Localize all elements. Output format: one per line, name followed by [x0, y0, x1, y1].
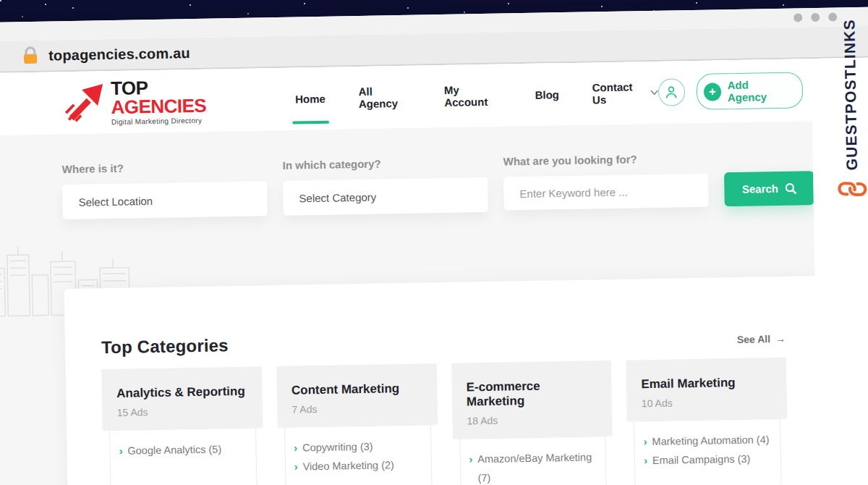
- subcategory-label: Video Marketing (2): [302, 455, 394, 476]
- card-title: Email Marketing: [641, 375, 772, 392]
- category-card-analytics[interactable]: Analytics & Reporting 15 Ads › Google An…: [102, 366, 265, 485]
- card-header: E-commerce Marketing 18 Ads: [451, 360, 613, 439]
- subcategory-label: Marketing Automation (4): [652, 430, 769, 451]
- location-field-group: Where is it? Select Location: [62, 159, 268, 219]
- card-ads-count: 15 Ads: [116, 405, 247, 418]
- subcategory-link[interactable]: › Google Analytics (5): [119, 439, 247, 460]
- search-icon: [785, 182, 796, 194]
- card-title: E-commerce Marketing: [466, 378, 597, 409]
- card-ads-count: 10 Ads: [642, 395, 773, 409]
- card-subcategory-list: › Google Analytics (5): [109, 428, 258, 485]
- category-select[interactable]: Select Category: [283, 177, 488, 216]
- keyword-label: What are you looking for?: [503, 152, 708, 168]
- account-button[interactable]: [658, 78, 685, 106]
- add-agency-label: Add Agency: [727, 78, 788, 104]
- site-logo[interactable]: TOP AGENCIES Digital Marketing Directory: [64, 76, 244, 126]
- top-categories-panel: Top Categories See All → Analytics & Rep…: [64, 276, 829, 485]
- card-title: Analytics & Reporting: [116, 384, 247, 401]
- category-card-content-marketing[interactable]: Content Marketing 7 Ads › Copywriting (3…: [276, 363, 439, 485]
- subcategory-label: Google Analytics (5): [127, 439, 221, 460]
- see-all-link[interactable]: See All →: [737, 333, 786, 345]
- nav-item-label: Contact Us: [592, 80, 647, 106]
- keyword-field-group: What are you looking for?: [503, 152, 709, 212]
- nav-item-home[interactable]: Home: [295, 92, 326, 105]
- guestpostlinks-badge[interactable]: GUESTPOSTLINKS: [836, 19, 865, 203]
- subcategory-label: Amazon/eBay Marketing (7): [477, 447, 597, 485]
- user-icon: [665, 85, 678, 99]
- page-body: Where is it? Select Location In which ca…: [0, 119, 868, 485]
- nav-item-all-agency[interactable]: All Agency: [358, 85, 411, 110]
- category-field-group: In which category? Select Category: [283, 156, 488, 216]
- logo-text: TOP AGENCIES Digital Marketing Directory: [111, 76, 244, 125]
- rocket-arrow-icon: [64, 82, 106, 123]
- panel-header: Top Categories See All →: [101, 326, 786, 358]
- subcategory-link[interactable]: › Email Campaigns (3): [644, 449, 772, 470]
- subcategory-link[interactable]: › Video Marketing (2): [294, 455, 422, 476]
- card-subcategory-list: › Amazon/eBay Marketing (7) › BigCommerc…: [459, 436, 608, 485]
- header-actions: + Add Agency: [658, 72, 804, 110]
- window-control-dots: [793, 12, 837, 22]
- starfield: [0, 0, 1, 1]
- url-text: topagencies.com.au: [48, 45, 190, 64]
- location-select[interactable]: Select Location: [62, 181, 268, 219]
- category-cards: Analytics & Reporting 15 Ads › Google An…: [102, 358, 789, 485]
- browser-window: topagencies.com.au TOP AGENCIES Digital …: [0, 6, 868, 485]
- search-bar: Where is it? Select Location In which ca…: [0, 119, 868, 221]
- window-dot: [811, 13, 820, 22]
- see-all-label: See All: [737, 333, 770, 345]
- webpage: TOP AGENCIES Digital Marketing Directory…: [0, 56, 868, 485]
- main-nav: Home All Agency My Account Blog Contact …: [295, 80, 659, 111]
- search-button[interactable]: Search: [724, 171, 814, 206]
- category-card-email-marketing[interactable]: Email Marketing 10 Ads › Marketing Autom…: [626, 358, 789, 485]
- window-dot: [793, 13, 802, 22]
- arrow-right-icon: →: [775, 333, 786, 345]
- card-ads-count: 7 Ads: [292, 402, 422, 416]
- nav-item-blog[interactable]: Blog: [535, 88, 559, 101]
- logo-tagline: Digital Marketing Directory: [111, 116, 244, 125]
- subcategory-link[interactable]: › Copywriting (3): [294, 436, 422, 457]
- logo-word-agencies: AGENCIES: [111, 94, 206, 117]
- category-label: In which category?: [283, 156, 488, 172]
- subcategory-link[interactable]: › Marketing Automation (4): [643, 430, 771, 451]
- guestpostlinks-label: GUESTPOSTLINKS: [841, 19, 861, 171]
- chevron-right-icon: ›: [294, 439, 297, 457]
- card-ads-count: 18 Ads: [467, 413, 597, 426]
- add-agency-button[interactable]: + Add Agency: [696, 72, 803, 110]
- chevron-right-icon: ›: [119, 442, 122, 460]
- lock-icon: [22, 46, 38, 65]
- chevron-right-icon: ›: [294, 457, 297, 476]
- nav-item-my-account[interactable]: My Account: [444, 83, 502, 109]
- subcategory-label: Copywriting (3): [302, 437, 373, 457]
- plus-icon: +: [704, 83, 721, 101]
- chevron-right-icon: ›: [644, 451, 647, 470]
- search-button-label: Search: [742, 182, 778, 195]
- chevron-right-icon: ›: [643, 432, 647, 451]
- card-title: Content Marketing: [292, 381, 422, 398]
- category-card-ecommerce[interactable]: E-commerce Marketing 18 Ads › Amazon/eBa…: [451, 360, 614, 485]
- keyword-input[interactable]: [503, 174, 709, 211]
- chevron-right-icon: ›: [469, 450, 473, 485]
- card-subcategory-list: › Marketing Automation (4) › Email Campa…: [634, 418, 782, 485]
- card-header: Analytics & Reporting 15 Ads: [102, 366, 263, 430]
- nav-item-contact-us[interactable]: Contact Us: [592, 80, 659, 106]
- subcategory-link[interactable]: › Amazon/eBay Marketing (7): [469, 447, 597, 485]
- subcategory-label: Email Campaigns (3): [652, 450, 751, 470]
- card-header: Content Marketing 7 Ads: [276, 363, 437, 427]
- chevron-down-icon: [650, 90, 658, 96]
- card-subcategory-list: › Copywriting (3) › Video Marketing (2): [284, 424, 433, 485]
- location-label: Where is it?: [62, 159, 267, 175]
- card-header: Email Marketing 10 Ads: [626, 358, 787, 421]
- section-title: Top Categories: [101, 335, 229, 358]
